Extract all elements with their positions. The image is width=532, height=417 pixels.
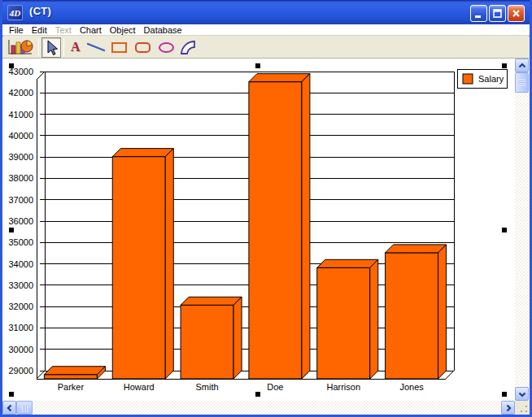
bar-side[interactable] [370, 259, 378, 379]
menu-bar: File Edit Text Chart Object Database [2, 24, 530, 36]
line-tool[interactable] [85, 37, 107, 58]
arc-tool[interactable] [178, 37, 199, 58]
y-axis-tick-label: 40000 [8, 131, 33, 141]
toolbar-separator [38, 38, 39, 56]
x-axis-category-label: Harrison [326, 382, 360, 392]
bar-side[interactable] [438, 245, 447, 379]
chart-type-tool[interactable] [5, 37, 36, 58]
selection-handle[interactable] [502, 63, 507, 68]
y-axis-tick-label: 34000 [8, 259, 33, 269]
selection-handle[interactable] [502, 228, 507, 232]
maximize-icon [492, 8, 503, 19]
line-icon [86, 41, 106, 54]
resize-grip[interactable] [515, 401, 530, 415]
scroll-down-button[interactable] [515, 387, 529, 401]
bar-top[interactable] [44, 367, 105, 375]
y-axis-tick-label: 38000 [8, 173, 33, 183]
scroll-left-button[interactable] [2, 401, 16, 415]
menu-object[interactable]: Object [106, 25, 140, 35]
toolbar-separator [63, 38, 64, 56]
chevron-up-icon [517, 60, 528, 72]
title-bar[interactable]: 4D (CT) [0, 0, 532, 24]
vertical-scroll-thumb[interactable] [515, 72, 529, 93]
bar-top[interactable] [181, 297, 242, 305]
selection-handle[interactable] [9, 63, 14, 68]
x-axis-category-label: Doe [267, 382, 283, 392]
y-axis-tick-label: 29000 [8, 366, 33, 376]
arc-icon [180, 40, 198, 55]
y-axis-tick-label: 30000 [8, 345, 33, 354]
rectangle-tool[interactable] [107, 37, 131, 58]
scroll-right-button[interactable] [501, 401, 515, 415]
bar-side[interactable] [233, 297, 242, 379]
y-axis-tick-label: 31000 [8, 323, 33, 332]
app-icon-4d: 4D [7, 5, 23, 20]
bar-front[interactable] [317, 267, 370, 379]
bar-front[interactable] [112, 157, 165, 379]
minimize-button[interactable] [470, 5, 487, 22]
bar-side[interactable] [302, 74, 310, 379]
y-axis-tick-label: 35000 [8, 237, 33, 247]
toolbar: A [2, 37, 530, 59]
mini-chart-icon [7, 38, 34, 57]
menu-chart[interactable]: Chart [76, 25, 106, 35]
bar-front[interactable] [249, 82, 302, 379]
selection-handle[interactable] [255, 392, 260, 397]
chart-object[interactable]: 4300042000410004000039000380003700036000… [2, 59, 515, 401]
y-axis-tick-label: 41000 [8, 110, 33, 119]
selection-handle[interactable] [9, 392, 14, 397]
x-axis-category-label: Jones [399, 382, 424, 392]
bar-front[interactable] [386, 253, 438, 379]
bar-top[interactable] [386, 245, 447, 253]
y-axis-tick-label: 37000 [8, 195, 33, 205]
chevron-left-icon [4, 402, 15, 414]
y-axis-tick-label: 42000 [8, 88, 33, 98]
close-button[interactable] [508, 5, 525, 22]
bar-front[interactable] [181, 305, 233, 379]
menu-database[interactable]: Database [140, 25, 186, 35]
document-area[interactable]: 4300042000410004000039000380003700036000… [2, 59, 515, 401]
rectangle-icon [111, 42, 127, 53]
chevron-right-icon [503, 402, 514, 414]
bar-front[interactable] [44, 375, 97, 379]
window-title: (CT) [29, 5, 51, 17]
bar-side[interactable] [165, 149, 173, 379]
frame-slant-top-left [37, 72, 45, 80]
maximize-button[interactable] [489, 5, 506, 22]
x-axis-category-label: Smith [196, 382, 219, 392]
menu-text: Text [51, 25, 76, 35]
x-axis-category-label: Parker [58, 382, 85, 392]
y-axis-tick-label: 32000 [8, 302, 33, 311]
arrow-cursor-icon [43, 39, 59, 56]
minimize-icon [473, 8, 484, 19]
selection-handle[interactable] [255, 63, 260, 68]
bar-top[interactable] [112, 149, 173, 157]
rounded-rectangle-icon [135, 42, 150, 53]
oval-icon [159, 42, 174, 53]
legend-swatch [463, 74, 473, 84]
vertical-scrollbar[interactable] [515, 59, 530, 401]
pointer-tool[interactable] [41, 37, 61, 58]
bar-top[interactable] [249, 74, 310, 82]
x-axis-category-label: Howard [124, 382, 155, 392]
bar-top[interactable] [317, 259, 378, 267]
y-axis-tick-label: 36000 [8, 216, 33, 226]
text-tool[interactable]: A [67, 37, 85, 58]
menu-edit[interactable]: Edit [28, 25, 51, 35]
close-icon [511, 8, 521, 19]
rounded-rectangle-tool[interactable] [131, 37, 155, 58]
menu-file[interactable]: File [5, 25, 28, 35]
app-window: 4D (CT) File Edit Text Chart Object Data… [0, 0, 532, 417]
selection-handle[interactable] [502, 392, 507, 397]
scroll-up-button[interactable] [515, 59, 529, 72]
horizontal-scroll-thumb[interactable] [16, 401, 33, 415]
oval-tool[interactable] [155, 37, 178, 58]
horizontal-scrollbar[interactable] [2, 401, 515, 415]
chevron-down-icon [517, 389, 528, 400]
frame-slant-bottom-right [446, 371, 454, 379]
legend-label: Salary [478, 74, 504, 84]
selection-handle[interactable] [9, 228, 14, 232]
y-axis-tick-label: 39000 [8, 152, 33, 162]
y-axis-tick-label: 33000 [8, 280, 33, 290]
